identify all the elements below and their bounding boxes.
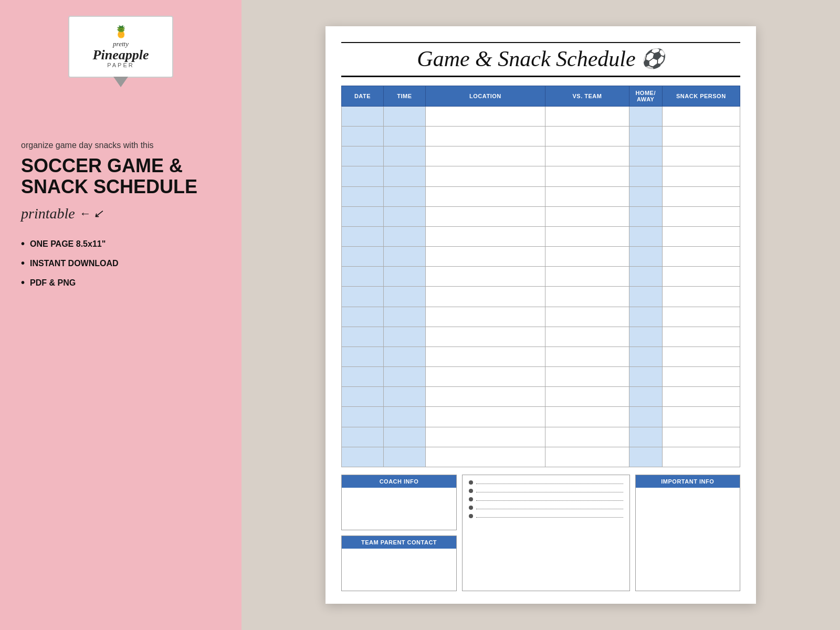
dot-line-2 <box>469 489 623 493</box>
arrow-icon: ← ↙ <box>79 207 103 220</box>
col-header-location: LOCATION <box>425 86 545 107</box>
left-panel: 🍍 pretty Pineapple PAPER organize game d… <box>0 0 242 630</box>
important-info-header: IMPORTANT INFO <box>636 475 740 488</box>
important-info-box: IMPORTANT INFO <box>635 475 740 591</box>
dotted-line <box>476 500 623 501</box>
table-row <box>342 427 740 447</box>
list-item: PDF & PNG <box>21 277 220 289</box>
table-row <box>342 206 740 226</box>
bullet-dot <box>469 497 473 501</box>
team-parent-box: TEAM PARENT CONTACT <box>341 536 457 591</box>
schedule-table: DATE TIME LOCATION VS. TEAM HOME/AWAY SN… <box>341 86 740 467</box>
table-row <box>342 107 740 127</box>
col-header-home-away: HOME/AWAY <box>629 86 662 107</box>
table-row <box>342 346 740 366</box>
table-row <box>342 287 740 307</box>
dotted-line <box>476 509 623 509</box>
organize-text: organize game day snacks with this <box>21 141 220 150</box>
coach-info-body <box>342 488 456 530</box>
dot-lines-body <box>463 475 629 528</box>
dot-line-1 <box>469 480 623 485</box>
table-row <box>342 127 740 146</box>
main-title: SOCCER GAME &SNACK SCHEDULE <box>21 155 220 197</box>
col-header-date: DATE <box>342 86 384 107</box>
dotted-line <box>476 492 623 492</box>
table-row <box>342 327 740 346</box>
table-row <box>342 307 740 327</box>
bullet-dot <box>469 489 473 493</box>
table-row <box>342 226 740 246</box>
table-row <box>342 146 740 166</box>
table-row <box>342 367 740 387</box>
list-item: INSTANT DOWNLOAD <box>21 257 220 269</box>
dot-lines-box <box>462 475 630 591</box>
dotted-line <box>476 517 623 518</box>
logo-pineapple-text: Pineapple <box>80 48 162 62</box>
description-area: organize game day snacks with this SOCCE… <box>21 141 220 296</box>
logo-paper: PAPER <box>80 62 162 68</box>
coach-info-box: COACH INFO <box>341 475 457 530</box>
table-row <box>342 186 740 206</box>
document-sheet: Game & Snack Schedule ⚽ DATE TIME LOCATI… <box>326 26 756 604</box>
bullet-dot <box>469 480 473 485</box>
col-header-vs-team: VS. TEAM <box>545 86 629 107</box>
team-parent-header: TEAM PARENT CONTACT <box>342 536 456 549</box>
bottom-section: COACH INFO TEAM PARENT CONTACT <box>341 475 740 591</box>
left-info-stack: COACH INFO TEAM PARENT CONTACT <box>341 475 457 591</box>
dot-line-5 <box>469 514 623 518</box>
dot-line-3 <box>469 497 623 501</box>
dotted-line <box>476 484 623 484</box>
table-row <box>342 387 740 407</box>
bullet-dot <box>469 506 473 510</box>
bullet-dot <box>469 514 473 518</box>
table-row <box>342 267 740 287</box>
logo-area: 🍍 pretty Pineapple PAPER <box>68 16 173 78</box>
logo-badge: 🍍 pretty Pineapple PAPER <box>68 16 173 78</box>
important-info-body <box>636 488 740 572</box>
team-parent-body <box>342 549 456 591</box>
col-header-snack-person: SNACK PERSON <box>662 86 740 107</box>
soccer-ball-icon: ⚽ <box>641 48 665 70</box>
bullet-list: ONE PAGE 8.5x11" INSTANT DOWNLOAD PDF & … <box>21 238 220 289</box>
pineapple-icon: 🍍 <box>80 25 162 39</box>
dot-line-4 <box>469 506 623 510</box>
table-row <box>342 166 740 186</box>
coach-info-header: COACH INFO <box>342 475 456 488</box>
document-title: Game & Snack Schedule ⚽ <box>341 46 740 77</box>
printable-label: printable ← ↙ <box>21 205 220 222</box>
right-panel: Game & Snack Schedule ⚽ DATE TIME LOCATI… <box>242 0 840 630</box>
title-top-line <box>341 42 740 43</box>
table-row <box>342 407 740 427</box>
col-header-time: TIME <box>383 86 425 107</box>
table-row <box>342 247 740 267</box>
table-header-row: DATE TIME LOCATION VS. TEAM HOME/AWAY SN… <box>342 86 740 107</box>
list-item: ONE PAGE 8.5x11" <box>21 238 220 250</box>
table-row <box>342 447 740 467</box>
